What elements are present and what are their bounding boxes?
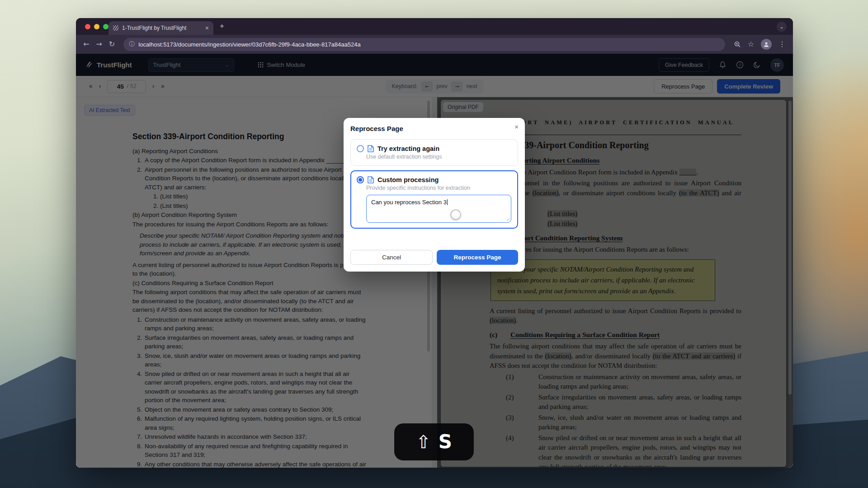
tab-favicon-icon <box>113 25 118 31</box>
browser-toolbar: ← → ↻ ⓘ localhost:5173/documents/ingesti… <box>76 35 793 54</box>
option-label: Custom processing <box>377 176 439 183</box>
zoom-icon[interactable] <box>734 41 741 48</box>
tab-strip: 1-TrustFlight by TrustFlight × + ⌄ <box>76 18 793 35</box>
window-controls[interactable] <box>85 24 108 29</box>
instructions-text: Can you reprocess Section 3 <box>371 199 447 206</box>
browser-profile-avatar[interactable] <box>761 39 772 50</box>
reprocess-submit-button[interactable]: Reprocess Page <box>437 250 518 265</box>
keystroke-overlay: ⇧ S <box>394 423 474 460</box>
new-tab-button[interactable]: + <box>220 22 224 31</box>
tab-close-icon[interactable]: × <box>205 25 209 31</box>
document-icon <box>368 145 374 152</box>
pressed-key-label: S <box>439 432 452 451</box>
document-icon <box>368 176 374 183</box>
custom-instructions-input[interactable]: Can you reprocess Section 3 <box>366 195 511 223</box>
close-window-button[interactable] <box>85 24 90 29</box>
reprocess-page-modal: Reprocess Page × Try extracting again Us… <box>344 118 525 272</box>
forward-icon[interactable]: → <box>96 41 102 48</box>
browser-tab[interactable]: 1-TrustFlight by TrustFlight × <box>108 21 213 35</box>
minimize-window-button[interactable] <box>94 24 99 29</box>
back-icon[interactable]: ← <box>83 41 89 48</box>
desktop: 1-TrustFlight by TrustFlight × + ⌄ ← → ↻… <box>0 0 868 488</box>
browser-menu-kebab-icon[interactable]: ⋮ <box>778 41 786 48</box>
shift-key-icon: ⇧ <box>416 433 431 451</box>
bookmark-star-icon[interactable]: ☆ <box>748 41 754 48</box>
radio-unselected[interactable] <box>357 145 364 152</box>
cursor-click-indicator <box>451 210 461 220</box>
site-info-icon[interactable]: ⓘ <box>129 40 135 48</box>
radio-selected[interactable] <box>357 176 364 183</box>
page-viewport: TrustFlight TrustFlight ⌄ Switch Module … <box>76 54 793 468</box>
tab-title: 1-TrustFlight by TrustFlight <box>122 25 202 31</box>
option-custom-processing[interactable]: Custom processing Provide specific instr… <box>350 170 518 229</box>
url-text: localhost:5173/documents/ingestion/viewe… <box>138 41 360 48</box>
address-bar[interactable]: ⓘ localhost:5173/documents/ingestion/vie… <box>123 38 725 51</box>
zoom-window-button[interactable] <box>103 24 108 29</box>
cancel-button[interactable]: Cancel <box>350 250 433 265</box>
modal-footer: Cancel Reprocess Page <box>350 250 518 265</box>
modal-title: Reprocess Page <box>350 125 518 132</box>
text-caret <box>447 199 448 205</box>
textarea-resize-handle[interactable] <box>505 217 509 221</box>
browser-window: 1-TrustFlight by TrustFlight × + ⌄ ← → ↻… <box>76 18 793 468</box>
option-label: Try extracting again <box>377 145 439 152</box>
close-icon[interactable]: × <box>514 123 519 131</box>
browser-actions: ☆ ⋮ <box>734 39 786 50</box>
option-try-extracting-again[interactable]: Try extracting again Use default extract… <box>350 139 518 166</box>
option-description: Provide specific instructions for extrac… <box>366 185 512 191</box>
tab-search-icon[interactable]: ⌄ <box>777 22 787 32</box>
reload-icon[interactable]: ↻ <box>109 41 115 48</box>
option-description: Use default extraction settings <box>366 154 512 160</box>
